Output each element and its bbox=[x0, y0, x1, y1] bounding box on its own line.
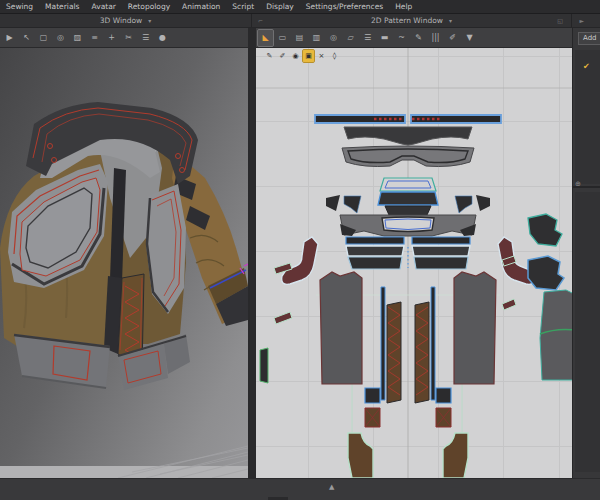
show-garment-icon[interactable]: ▼ bbox=[462, 30, 477, 46]
shoulder-corner-outer-right-piece[interactable] bbox=[476, 195, 490, 211]
menu-item-animation[interactable]: Animation bbox=[176, 0, 226, 14]
application-window: SewingMaterialsAvatarRetopologyAnimation… bbox=[0, 0, 600, 500]
add-point-icon[interactable]: + bbox=[104, 30, 119, 46]
pen-tool-icon[interactable]: ✎ bbox=[264, 50, 275, 62]
front-panel-right-piece[interactable] bbox=[454, 272, 496, 384]
chevron-down-icon[interactable]: ▾ bbox=[148, 17, 151, 24]
check-icon[interactable]: ✔ bbox=[583, 62, 590, 71]
pocket-flap-2-piece[interactable] bbox=[378, 192, 438, 205]
edge-trim-mid-2-piece[interactable] bbox=[502, 299, 516, 310]
measure-icon[interactable]: ≡ bbox=[87, 30, 102, 46]
add-button[interactable]: Add bbox=[578, 32, 600, 45]
waistband-right-outer[interactable] bbox=[164, 334, 190, 374]
panel-menu-arrow-icon[interactable]: ► bbox=[579, 17, 584, 24]
expand-panel-icon[interactable]: ▲ bbox=[329, 483, 334, 491]
tab-2d-pattern-window-label: 2D Pattern Window bbox=[371, 16, 443, 25]
collar-upper-piece[interactable] bbox=[344, 127, 472, 145]
select-mesh-icon[interactable]: ▢ bbox=[36, 30, 51, 46]
seam-icon[interactable]: ✐ bbox=[445, 30, 460, 46]
menu-items: SewingMaterialsAvatarRetopologyAnimation… bbox=[0, 0, 418, 14]
simulate-icon[interactable]: ▶ bbox=[2, 30, 17, 46]
object-browser-panel: Add ✔ ⊕ bbox=[572, 28, 600, 478]
tab-bar: 3D Window ▾ ⌐ 2D Pattern Window ▾ ◱ ► bbox=[0, 14, 600, 28]
chevron-down-icon[interactable]: ▾ bbox=[449, 17, 452, 24]
edge-dark-green-piece[interactable] bbox=[260, 348, 268, 383]
texture-dot-icon[interactable]: ◉ bbox=[290, 50, 301, 62]
toolbar-3d-icons: ▶↖▢◎▨≡+✂☰● bbox=[2, 30, 170, 46]
placket-strip-left-piece[interactable] bbox=[381, 287, 385, 400]
front-strip-right-piece[interactable] bbox=[412, 237, 470, 244]
viewport-3d[interactable] bbox=[0, 48, 248, 478]
placket-strip-right-piece[interactable] bbox=[431, 287, 435, 400]
avatar-icon[interactable]: ● bbox=[155, 30, 170, 46]
pattern-pieces-canvas bbox=[256, 48, 572, 478]
layers-icon[interactable]: ☰ bbox=[138, 30, 153, 46]
property-panel-area[interactable] bbox=[575, 192, 600, 472]
chest-band-2-right-piece[interactable] bbox=[414, 257, 468, 269]
polygon-icon[interactable]: ▱ bbox=[343, 30, 358, 46]
tab-3d-window-label: 3D Window bbox=[100, 16, 143, 25]
garment-3d-render bbox=[0, 48, 248, 478]
active-brush-icon[interactable]: ▣ bbox=[303, 50, 314, 62]
dock-icon[interactable]: ⌐ bbox=[258, 17, 263, 24]
menu-item-materials[interactable]: Materials bbox=[39, 0, 85, 14]
edge-trim-left-2-piece[interactable] bbox=[274, 312, 292, 324]
armhole-trim-left-piece[interactable] bbox=[282, 237, 318, 284]
menu-item-help[interactable]: Help bbox=[389, 0, 418, 14]
grading-icon[interactable]: ☰ bbox=[360, 30, 375, 46]
toolbar-3d: ▶↖▢◎▨≡+✂☰● bbox=[0, 28, 248, 48]
menu-item-avatar[interactable]: Avatar bbox=[86, 0, 122, 14]
toolbar-2d: ◣▭▤▥◎▱☰▬~✎|||✐▼ bbox=[256, 28, 572, 48]
fabric-icon[interactable]: ▨ bbox=[70, 30, 85, 46]
right-collar-corner-blue-piece[interactable] bbox=[528, 256, 564, 290]
pleats-icon[interactable]: ||| bbox=[428, 30, 443, 46]
pocket-flap-1-piece[interactable] bbox=[380, 178, 436, 191]
shoulder-corner-right-piece[interactable] bbox=[455, 196, 472, 213]
tab-3d-window[interactable]: 3D Window ▾ bbox=[0, 14, 252, 27]
pin-icon[interactable]: ◎ bbox=[53, 30, 68, 46]
square-dark-left-piece[interactable] bbox=[365, 388, 380, 403]
tab-bar-right: ► bbox=[572, 14, 600, 27]
viewport-2d-pattern[interactable]: ✎✐◉▣×◊ bbox=[256, 48, 572, 478]
right-sleeve-panel-piece[interactable] bbox=[540, 290, 572, 380]
front-strip-left-piece[interactable] bbox=[346, 237, 404, 244]
menu-item-display[interactable]: Display bbox=[260, 0, 300, 14]
select-move-icon[interactable]: ↖ bbox=[19, 30, 34, 46]
scissors-icon[interactable]: ✂ bbox=[121, 30, 136, 46]
pocket-flap-3-piece[interactable] bbox=[385, 206, 431, 215]
chest-band-2-left-piece[interactable] bbox=[348, 257, 402, 269]
front-panel-left-piece[interactable] bbox=[320, 272, 362, 384]
trace-icon[interactable]: ~ bbox=[394, 30, 409, 46]
panel-divider[interactable] bbox=[573, 186, 600, 188]
stamp-tool-icon[interactable]: ◊ bbox=[329, 50, 340, 62]
notch-icon[interactable]: ✎ bbox=[411, 30, 426, 46]
tab-2d-pattern-window[interactable]: ⌐ 2D Pattern Window ▾ ◱ bbox=[252, 14, 572, 27]
viewport-splitter[interactable] bbox=[248, 28, 256, 478]
toolbar-2d-icons: ◣▭▤▥◎▱☰▬~✎|||✐▼ bbox=[258, 30, 477, 46]
toolbar-2d-sub-icons: ✎✐◉▣×◊ bbox=[264, 50, 340, 62]
undock-icon[interactable]: ◱ bbox=[557, 17, 563, 24]
menu-item-sewing[interactable]: Sewing bbox=[0, 0, 39, 14]
square-dark-right-piece[interactable] bbox=[436, 388, 451, 403]
menu-item-settings-preferences[interactable]: Settings/Preferences bbox=[300, 0, 389, 14]
chest-band-1-right-piece[interactable] bbox=[412, 246, 470, 256]
dart-icon[interactable]: ▬ bbox=[377, 30, 392, 46]
shoulder-corner-outer-left-piece[interactable] bbox=[326, 195, 340, 211]
cuff-panel-right-piece[interactable] bbox=[443, 433, 468, 478]
menu-item-script[interactable]: Script bbox=[226, 0, 260, 14]
menu-item-retopology[interactable]: Retopology bbox=[122, 0, 176, 14]
edit-curvature-icon[interactable]: ▤ bbox=[292, 30, 307, 46]
add-point-icon[interactable]: ▥ bbox=[309, 30, 324, 46]
delete-tool-icon[interactable]: × bbox=[316, 50, 327, 62]
edit-pattern-icon[interactable]: ▭ bbox=[275, 30, 290, 46]
pen-alt-tool-icon[interactable]: ✐ bbox=[277, 50, 288, 62]
cuff-panel-left-piece[interactable] bbox=[348, 433, 373, 478]
transform-pattern-icon[interactable]: ◣ bbox=[258, 30, 273, 46]
right-collar-corner-teal-piece[interactable] bbox=[528, 214, 562, 246]
pin-2d-icon[interactable]: ◎ bbox=[326, 30, 341, 46]
menu-bar: SewingMaterialsAvatarRetopologyAnimation… bbox=[0, 0, 600, 14]
chest-band-1-left-piece[interactable] bbox=[346, 246, 404, 256]
shoulder-corner-left-piece[interactable] bbox=[344, 196, 361, 213]
bottom-bar: ▲ bbox=[0, 478, 600, 500]
